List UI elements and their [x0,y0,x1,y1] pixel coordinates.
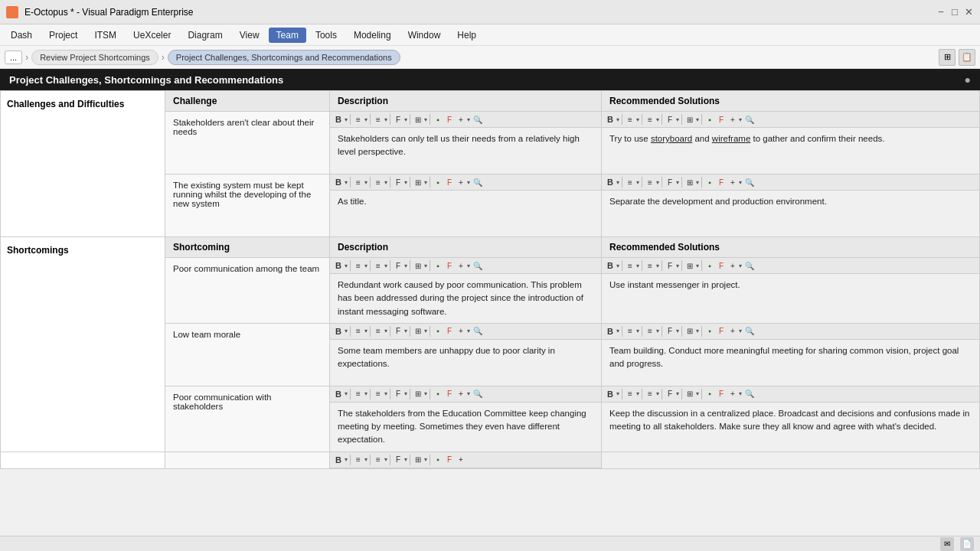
font-btn[interactable]: F [393,115,403,125]
align-btn[interactable]: ≡ [625,178,635,187]
align-btn[interactable]: ≡ [353,389,364,399]
indent-btn[interactable]: ≡ [645,115,655,125]
search-btn[interactable]: 🔍 [471,326,485,336]
img-btn[interactable]: ▪ [433,326,443,336]
font-btn[interactable]: F [665,261,675,271]
add-btn[interactable]: + [727,261,738,271]
format-btn[interactable]: F [444,178,455,187]
table-btn[interactable]: ⊞ [684,178,695,187]
shortcoming-1-rec-content[interactable]: Use instant messenger in project. [602,274,979,320]
add-btn[interactable]: + [727,389,738,399]
minimize-button[interactable]: − [936,7,946,18]
align-btn[interactable]: ≡ [625,326,635,336]
breadcrumb-more[interactable]: ... [5,51,22,64]
status-doc-icon[interactable]: 📄 [960,537,974,551]
align-btn[interactable]: ≡ [353,178,364,187]
shortcoming-1-desc-content[interactable]: Redundant work caused by poor communicat… [330,274,601,323]
shortcoming-1-rec-cell[interactable]: B ▾ ≡ ▾ ≡ ▾ F ▾ ⊞ ▾ [602,258,980,324]
maximize-button[interactable]: □ [949,7,960,18]
add-btn[interactable]: + [456,326,466,336]
table-btn[interactable]: ⊞ [413,261,423,271]
menu-modeling[interactable]: Modeling [346,28,399,43]
format-btn[interactable]: F [716,178,727,187]
format-btn[interactable]: F [444,326,455,336]
img-btn[interactable]: ▪ [433,178,443,187]
search-btn[interactable]: 🔍 [471,115,485,125]
search-btn[interactable]: 🔍 [743,178,756,187]
font-btn[interactable]: F [393,178,403,187]
table-btn[interactable]: ⊞ [684,326,695,336]
font-btn[interactable]: F [393,326,403,336]
bold-btn[interactable]: B [333,260,344,271]
indent-btn[interactable]: ≡ [645,389,655,399]
table-btn[interactable]: ⊞ [413,326,423,336]
font-btn[interactable]: F [665,115,675,125]
shortcoming-2-rec-content[interactable]: Team building. Conduct more meaningful m… [602,340,979,386]
img-btn[interactable]: ▪ [704,326,715,336]
status-mail-icon[interactable]: ✉ [940,537,954,551]
bold-btn[interactable]: B [605,326,616,337]
search-btn[interactable]: 🔍 [743,115,756,125]
challenge-1-rec-cell[interactable]: B ▾ ≡ ▾ ≡ ▾ F ▾ ⊞ ▾ [602,112,980,174]
img-btn[interactable]: ▪ [704,115,715,125]
align-btn[interactable]: ≡ [353,115,364,125]
add-btn[interactable]: + [456,261,466,271]
search-btn[interactable]: 🔍 [743,326,756,336]
font-btn[interactable]: F [665,389,675,399]
font-btn[interactable]: F [393,455,403,465]
indent-btn[interactable]: ≡ [645,178,655,187]
format-btn[interactable]: F [716,389,727,399]
menu-help[interactable]: Help [449,28,484,43]
img-btn[interactable]: ▪ [433,261,443,271]
table-btn[interactable]: ⊞ [413,389,423,399]
font-btn[interactable]: F [393,261,403,271]
breadcrumb-icon-grid[interactable]: ⊞ [939,49,956,66]
format-btn[interactable]: F [444,455,455,465]
align-btn[interactable]: ≡ [353,261,364,271]
format-btn[interactable]: F [444,389,455,399]
search-btn[interactable]: 🔍 [471,261,485,271]
format-btn[interactable]: F [716,261,727,271]
add-btn[interactable]: + [727,178,738,187]
shortcoming-2-rec-cell[interactable]: B ▾ ≡ ▾ ≡ ▾ F ▾ ⊞ ▾ [602,323,980,386]
search-btn[interactable]: 🔍 [471,178,485,187]
add-btn[interactable]: + [727,115,738,125]
shortcoming-2-desc-cell[interactable]: B ▾ ≡ ▾ ≡ ▾ F ▾ ⊞ ▾ [330,323,602,386]
challenge-1-desc-content[interactable]: Stakeholders can only tell us their need… [330,128,601,174]
img-btn[interactable]: ▪ [704,261,715,271]
table-btn[interactable]: ⊞ [413,178,423,187]
bold-btn[interactable]: B [605,389,616,399]
bold-btn[interactable]: B [333,455,344,465]
align-btn[interactable]: ≡ [625,261,635,271]
img-btn[interactable]: ▪ [433,389,443,399]
table-btn[interactable]: ⊞ [413,455,423,465]
menu-view[interactable]: View [232,28,267,43]
menu-itsm[interactable]: ITSM [87,28,124,43]
breadcrumb-icon-doc[interactable]: 📋 [959,49,975,66]
shortcoming-1-desc-cell[interactable]: B ▾ ≡ ▾ ≡ ▾ F ▾ ⊞ ▾ [330,258,602,324]
table-btn[interactable]: ⊞ [684,389,695,399]
font-btn[interactable]: F [665,326,675,336]
menu-uexceler[interactable]: UeXceler [126,28,178,43]
table-btn[interactable]: ⊞ [413,115,423,125]
table-btn[interactable]: ⊞ [684,115,695,125]
table-btn[interactable]: ⊞ [684,261,695,271]
challenge-1-desc-cell[interactable]: B ▾ ≡ ▾ ≡ ▾ F ▾ ⊞ ▾ [330,112,602,174]
align-btn[interactable]: ≡ [353,455,364,465]
indent-btn[interactable]: ≡ [373,389,384,399]
shortcoming-3-desc-cell[interactable]: B ▾ ≡ ▾ ≡ ▾ F ▾ ⊞ ▾ [330,386,602,452]
shortcoming-3-rec-content[interactable]: Keep the discussion in a centralized pla… [602,403,979,448]
font-btn[interactable]: F [665,178,675,187]
align-btn[interactable]: ≡ [353,326,364,336]
format-btn[interactable]: F [444,115,455,125]
add-btn[interactable]: + [727,326,738,336]
img-btn[interactable]: ▪ [433,455,443,465]
challenge-2-rec-content[interactable]: Separate the development and production … [602,191,979,236]
search-btn[interactable]: 🔍 [471,389,485,399]
menu-project[interactable]: Project [41,28,85,43]
indent-btn[interactable]: ≡ [373,178,384,187]
add-btn[interactable]: + [456,455,466,465]
indent-btn[interactable]: ≡ [645,326,655,336]
format-btn[interactable]: F [716,326,727,336]
menu-tools[interactable]: Tools [308,28,345,43]
